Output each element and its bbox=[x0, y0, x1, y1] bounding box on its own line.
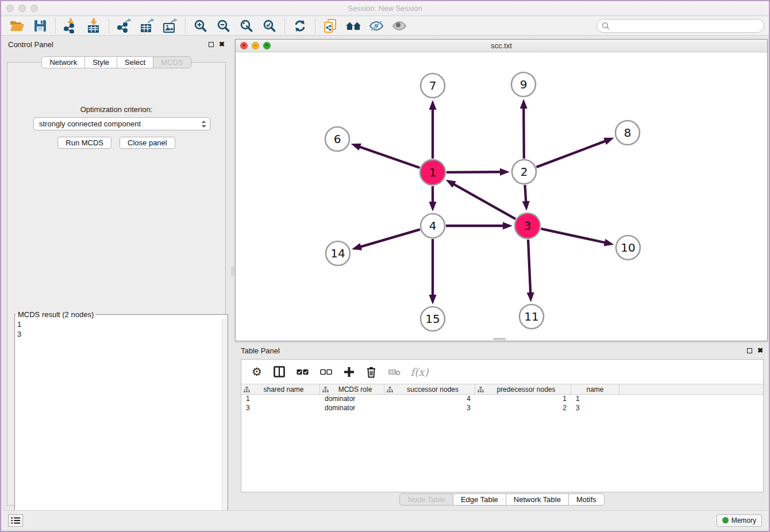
graph-node-label: 4 bbox=[429, 219, 437, 233]
eye-slash-icon bbox=[369, 20, 384, 32]
graph-edge-4-14[interactable] bbox=[360, 229, 420, 246]
memory-status-icon bbox=[722, 517, 729, 523]
graph-edge-2-9[interactable] bbox=[523, 107, 524, 159]
show-button[interactable] bbox=[388, 17, 411, 34]
tab-style[interactable]: Style bbox=[84, 56, 117, 68]
hide-button[interactable] bbox=[365, 17, 388, 34]
add-column-button[interactable] bbox=[341, 363, 356, 380]
clone-network-button[interactable] bbox=[319, 17, 342, 34]
run-mcds-button[interactable]: Run MCDS bbox=[57, 137, 111, 149]
graph-node-label: 2 bbox=[521, 165, 528, 179]
zoom-selected-button[interactable] bbox=[258, 17, 281, 34]
open-session-button[interactable] bbox=[6, 17, 29, 34]
graph-edge-arrowhead bbox=[520, 99, 528, 109]
column-header-predecessor-nodes[interactable]: predecessor nodes bbox=[475, 384, 571, 394]
table-cell[interactable]: 3 bbox=[571, 404, 619, 413]
refresh-button[interactable] bbox=[288, 17, 311, 34]
float-panel-icon[interactable] bbox=[209, 42, 214, 47]
table-cell[interactable]: 4 bbox=[384, 395, 475, 404]
column-header-shared-name[interactable]: shared name bbox=[241, 384, 320, 394]
graph-edge-3-10[interactable] bbox=[541, 229, 605, 242]
graph-edge-1-2[interactable] bbox=[446, 172, 501, 172]
table-row[interactable]: 3dominator323 bbox=[241, 404, 763, 413]
zoom-in-button[interactable] bbox=[189, 17, 212, 34]
eye-icon bbox=[392, 20, 407, 32]
graph-edge-1-6[interactable] bbox=[359, 147, 420, 168]
tab-edge-table[interactable]: Edge Table bbox=[453, 494, 506, 506]
memory-button[interactable]: Memory bbox=[717, 514, 762, 527]
table-cell[interactable]: 1 bbox=[571, 395, 619, 404]
task-history-button[interactable] bbox=[8, 514, 23, 527]
graph-edge-2-8[interactable] bbox=[537, 141, 606, 167]
graph-edge-3-11[interactable] bbox=[528, 240, 530, 294]
graph-edge-arrowhead bbox=[429, 202, 437, 211]
panel-splitter-handle[interactable] bbox=[231, 267, 234, 276]
graph-edge-3-1[interactable] bbox=[453, 184, 515, 219]
network-zoom-button[interactable]: + bbox=[263, 42, 271, 49]
column-header-MCDS-role[interactable]: MCDS role bbox=[320, 384, 384, 394]
network-hscroll-thumb[interactable] bbox=[493, 338, 506, 340]
criterion-select[interactable]: strongly connected component bbox=[33, 117, 210, 130]
column-header-successor-nodes[interactable]: successor nodes bbox=[384, 384, 475, 394]
search-input[interactable] bbox=[613, 21, 759, 30]
close-table-panel-icon[interactable]: ✖ bbox=[757, 348, 763, 353]
zoom-selected-icon bbox=[263, 19, 276, 33]
tab-mcds[interactable]: MCDS bbox=[153, 56, 191, 68]
network-window-title: scc.txt bbox=[236, 41, 767, 50]
select-all-icon bbox=[297, 368, 309, 376]
export-table-button[interactable] bbox=[136, 17, 159, 34]
toolbar-separator bbox=[109, 18, 109, 33]
network-canvas[interactable]: 7968124314101511 bbox=[236, 52, 767, 341]
import-table-button[interactable] bbox=[82, 17, 105, 34]
result-scrollbar[interactable] bbox=[222, 319, 228, 525]
graph-node-label: 14 bbox=[330, 246, 345, 260]
save-floppy-icon bbox=[34, 20, 47, 32]
table-cell[interactable]: 2 bbox=[475, 404, 571, 413]
refresh-icon bbox=[293, 19, 307, 33]
export-image-button[interactable] bbox=[159, 17, 182, 34]
delete-column-button[interactable] bbox=[364, 363, 379, 380]
delete-table-button[interactable] bbox=[386, 363, 402, 380]
close-panel-button[interactable]: Close panel bbox=[120, 137, 175, 149]
table-cell[interactable]: dominator bbox=[320, 404, 384, 413]
search-box[interactable] bbox=[596, 19, 764, 33]
table-cell[interactable]: 1 bbox=[241, 395, 320, 404]
deselect-all-button[interactable] bbox=[318, 363, 334, 380]
control-panel: Control Panel ✖ NetworkStyleSelectMCDS O… bbox=[2, 37, 230, 510]
graph-node-label: 15 bbox=[425, 312, 440, 326]
select-all-button[interactable] bbox=[294, 363, 310, 380]
graph-node-label: 11 bbox=[524, 310, 538, 323]
home-layout-button[interactable] bbox=[342, 17, 365, 34]
zoom-out-button[interactable] bbox=[212, 17, 235, 34]
graph-edge-2-3[interactable] bbox=[525, 185, 526, 202]
tab-motifs[interactable]: Motifs bbox=[568, 494, 605, 506]
tab-network[interactable]: Network bbox=[41, 56, 85, 68]
network-minimize-button[interactable]: − bbox=[252, 42, 259, 49]
clone-network-icon bbox=[323, 18, 338, 33]
show-columns-button[interactable] bbox=[272, 363, 287, 380]
table-cell[interactable]: 3 bbox=[384, 404, 475, 413]
save-session-button[interactable] bbox=[29, 17, 52, 34]
function-builder-button[interactable]: f(x) bbox=[410, 363, 429, 380]
table-cell[interactable]: 3 bbox=[241, 404, 320, 413]
table-settings-button[interactable]: ⚙ bbox=[249, 363, 264, 380]
import-network-button[interactable] bbox=[59, 17, 82, 34]
tab-node-table[interactable]: Node Table bbox=[399, 494, 453, 506]
network-window: × − + scc.txt 7968124314101511 bbox=[235, 39, 768, 341]
deselect-all-icon bbox=[320, 368, 332, 376]
network-graph[interactable]: 7968124314101511 bbox=[236, 52, 767, 341]
table-row[interactable]: 1dominator411 bbox=[241, 395, 763, 404]
export-network-button[interactable] bbox=[113, 17, 136, 34]
table-cell[interactable]: 1 bbox=[475, 395, 571, 404]
memory-label: Memory bbox=[732, 516, 756, 525]
column-header-name[interactable]: name bbox=[571, 384, 619, 394]
network-close-button[interactable]: × bbox=[240, 42, 248, 49]
table-cell[interactable]: dominator bbox=[320, 395, 384, 404]
close-panel-icon[interactable]: ✖ bbox=[219, 41, 225, 47]
zoom-fit-button[interactable] bbox=[235, 17, 258, 34]
tab-select[interactable]: Select bbox=[117, 56, 153, 68]
float-table-panel-icon[interactable] bbox=[747, 348, 752, 353]
network-window-titlebar[interactable]: × − + scc.txt bbox=[236, 40, 767, 52]
tab-network-table[interactable]: Network Table bbox=[506, 494, 569, 506]
list-icon bbox=[10, 516, 21, 525]
